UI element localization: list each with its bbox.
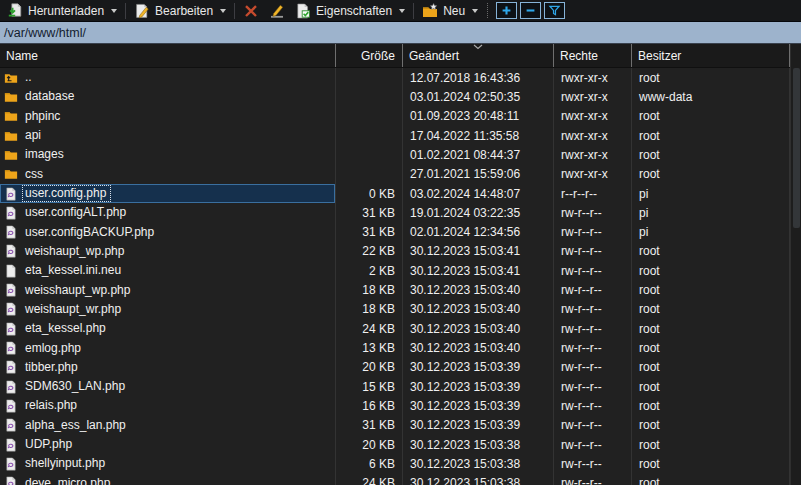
table-row[interactable]: user.configALT.php 31 KB 19.01.2024 03:2…	[0, 203, 801, 222]
file-rights: r--r--r--	[554, 184, 632, 203]
file-modified: 30.12.2023 15:03:41	[403, 242, 554, 261]
file-name-cell: ..	[0, 68, 336, 87]
filter-button[interactable]	[544, 2, 565, 19]
file-name: weishaupt_wp.php	[23, 244, 128, 259]
file-name: weishaupt_wr.php	[23, 302, 125, 317]
table-row[interactable]: eta_kessel.php 24 KB 30.12.2023 15:03:40…	[0, 319, 801, 338]
table-row[interactable]: .. 12.07.2018 16:43:36 rwxr-xr-x root	[0, 68, 801, 87]
folder-icon	[4, 167, 18, 181]
minus-button[interactable]	[520, 2, 541, 19]
table-row[interactable]: SDM630_LAN.php 15 KB 30.12.2023 15:03:39…	[0, 377, 801, 396]
file-modified: 03.02.2024 14:48:07	[403, 184, 554, 203]
php-file-icon	[4, 476, 18, 485]
chevron-down-icon[interactable]	[399, 9, 405, 13]
file-size: 20 KB	[336, 435, 403, 454]
properties-button[interactable]: Eigenschaften	[290, 1, 410, 21]
file-size: 18 KB	[336, 280, 403, 299]
file-rights: rw-r--r--	[554, 396, 632, 415]
download-button[interactable]: Herunterladen	[2, 1, 122, 21]
table-row[interactable]: weishaupt_wr.php 18 KB 30.12.2023 15:03:…	[0, 300, 801, 319]
file-rights: rwxr-xr-x	[554, 126, 632, 145]
table-row[interactable]: images 01.02.2021 08:44:37 rwxr-xr-x roo…	[0, 145, 801, 164]
path-bar[interactable]: /var/www/html/	[0, 22, 801, 44]
file-name-cell: database	[0, 87, 336, 106]
file-rights: rw-r--r--	[554, 377, 632, 396]
file-name: relais.php	[23, 398, 81, 413]
file-name-cell: weishaupt_wp.php	[0, 242, 336, 261]
table-row[interactable]: database 03.01.2024 02:50:35 rwxr-xr-x w…	[0, 87, 801, 106]
file-name: api	[23, 128, 45, 143]
edit-icon	[134, 3, 150, 19]
file-owner: root	[632, 68, 790, 87]
file-name: user.configBACKUP.php	[23, 225, 158, 240]
new-button[interactable]: Neu	[417, 1, 483, 21]
php-file-icon	[4, 418, 18, 432]
rename-button[interactable]	[264, 1, 290, 21]
folder-icon	[4, 90, 18, 104]
folder-icon	[4, 148, 18, 162]
file-modified: 12.07.2018 16:43:36	[403, 68, 554, 87]
plus-button[interactable]	[496, 2, 517, 19]
file-name: eta_kessel.php	[23, 321, 110, 336]
file-owner: root	[632, 454, 790, 473]
parent-dir-icon	[4, 71, 18, 85]
file-modified: 30.12.2023 15:03:39	[403, 377, 554, 396]
file-size: 6 KB	[336, 454, 403, 473]
file-rights: rw-r--r--	[554, 454, 632, 473]
table-row[interactable]: alpha_ess_lan.php 31 KB 30.12.2023 15:03…	[0, 416, 801, 435]
table-row[interactable]: css 27.01.2021 15:59:06 rwxr-xr-x root	[0, 165, 801, 184]
table-row[interactable]: relais.php 16 KB 30.12.2023 15:03:39 rw-…	[0, 396, 801, 415]
file-icon	[4, 264, 18, 278]
file-rights: rw-r--r--	[554, 280, 632, 299]
folder-icon	[4, 109, 18, 123]
file-rights: rw-r--r--	[554, 203, 632, 222]
table-row[interactable]: weisshaupt_wp.php 18 KB 30.12.2023 15:03…	[0, 280, 801, 299]
file-size	[336, 126, 403, 145]
column-header-size[interactable]: Größe	[336, 44, 403, 67]
file-rights: rw-r--r--	[554, 300, 632, 319]
table-row[interactable]: user.configBACKUP.php 31 KB 02.01.2024 1…	[0, 223, 801, 242]
table-row[interactable]: deye_micro.php 24 KB 30.12.2023 15:03:38…	[0, 474, 801, 485]
file-owner: root	[632, 358, 790, 377]
table-row[interactable]: eta_kessel.ini.neu 2 KB 30.12.2023 15:03…	[0, 261, 801, 280]
file-size: 16 KB	[336, 396, 403, 415]
file-name: alpha_ess_lan.php	[23, 418, 130, 433]
column-header-name[interactable]: Name	[0, 44, 336, 67]
chevron-down-icon[interactable]	[111, 9, 117, 13]
scrollbar-thumb[interactable]	[793, 68, 800, 228]
table-row[interactable]: api 17.04.2022 11:35:58 rwxr-xr-x root	[0, 126, 801, 145]
edit-button[interactable]: Bearbeiten	[129, 1, 231, 21]
table-row[interactable]: user.config.php 0 KB 03.02.2024 14:48:07…	[0, 184, 801, 203]
chevron-down-icon[interactable]	[472, 9, 478, 13]
table-row[interactable]: weishaupt_wp.php 22 KB 30.12.2023 15:03:…	[0, 242, 801, 261]
table-row[interactable]: tibber.php 20 KB 30.12.2023 15:03:39 rw-…	[0, 358, 801, 377]
toolbar-grip[interactable]	[487, 3, 491, 18]
table-row[interactable]: shellyinput.php 6 KB 30.12.2023 15:03:38…	[0, 454, 801, 473]
file-name-cell: user.config.php	[0, 184, 336, 203]
chevron-down-icon[interactable]	[220, 9, 226, 13]
file-rights: rwxr-xr-x	[554, 107, 632, 126]
table-row[interactable]: emlog.php 13 KB 30.12.2023 15:03:40 rw-r…	[0, 338, 801, 357]
column-header-owner[interactable]: Besitzer	[632, 44, 790, 67]
file-modified: 30.12.2023 15:03:39	[403, 358, 554, 377]
column-header-modified[interactable]: Geändert	[403, 44, 554, 67]
file-name-cell: weishaupt_wr.php	[0, 300, 336, 319]
file-rights: rw-r--r--	[554, 223, 632, 242]
file-name: images	[23, 147, 68, 162]
file-name-cell: phpinc	[0, 107, 336, 126]
table-row[interactable]: UDP.php 20 KB 30.12.2023 15:03:38 rw-r--…	[0, 435, 801, 454]
scrollbar[interactable]	[790, 44, 801, 485]
file-owner: root	[632, 242, 790, 261]
php-file-icon	[4, 302, 18, 316]
php-file-icon	[4, 322, 18, 336]
file-size: 31 KB	[336, 203, 403, 222]
file-rights: rw-r--r--	[554, 242, 632, 261]
file-size: 2 KB	[336, 261, 403, 280]
php-file-icon	[4, 341, 18, 355]
table-row[interactable]: phpinc 01.09.2023 20:48:11 rwxr-xr-x roo…	[0, 107, 801, 126]
delete-button[interactable]	[238, 1, 264, 21]
file-owner: root	[632, 377, 790, 396]
column-header-rights[interactable]: Rechte	[554, 44, 632, 67]
file-modified: 02.01.2024 12:34:56	[403, 223, 554, 242]
file-owner: pi	[632, 203, 790, 222]
